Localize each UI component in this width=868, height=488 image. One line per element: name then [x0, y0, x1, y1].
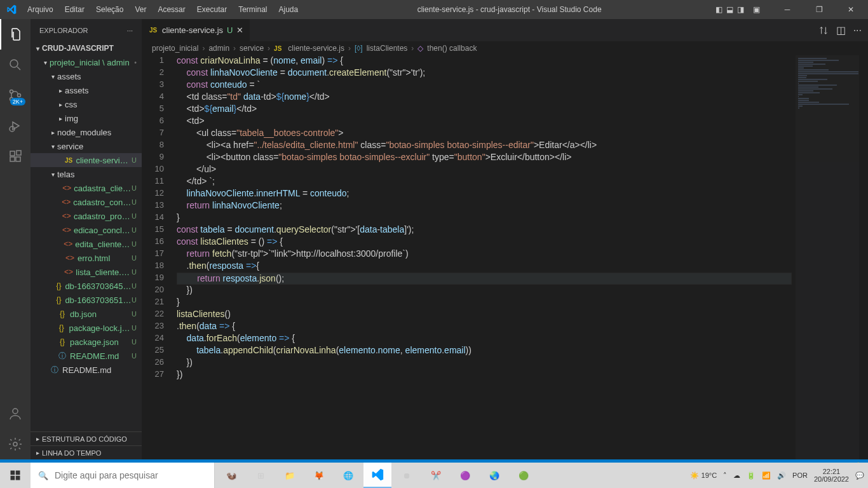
- menu-file[interactable]: Arquivo: [22, 3, 58, 17]
- app-explorer[interactable]: 📁: [276, 463, 304, 488]
- tree-item[interactable]: ⓘREADME.md: [31, 363, 142, 377]
- breadcrumbs[interactable]: projeto_inicial› admin› service› JS clie…: [142, 41, 868, 55]
- tree-item[interactable]: {}db-1663703645180.jsonU: [31, 279, 142, 293]
- tray-clock[interactable]: 22:21 20/09/2022: [814, 468, 849, 483]
- sidebar-more-icon[interactable]: ···: [127, 27, 133, 34]
- crumb-0[interactable]: projeto_inicial: [152, 44, 198, 53]
- menu-go[interactable]: Acessar: [153, 3, 190, 17]
- taskbar: 🔍 🦦 ⊞ 📁 🦊 🌐 ⏺ ✂️ 🟣 🌏 🟢 ☀️ 19°C ˄ ☁ 🔋 📶 🔊…: [0, 463, 868, 488]
- tree-item[interactable]: ▾projeto_inicial \ admin•: [31, 55, 142, 69]
- timeline-section[interactable]: ▸LINHA DO TEMPO: [31, 445, 142, 459]
- file-label: README.md: [62, 365, 111, 375]
- tray-wifi-icon[interactable]: 📶: [762, 471, 771, 480]
- layout-controls: ◧ ⬓ ◨ ▣: [715, 5, 760, 14]
- tree-item[interactable]: {}db.jsonU: [31, 307, 142, 321]
- tree-item[interactable]: <>edita_cliente.htmlU: [31, 237, 142, 251]
- activity-scm[interactable]: 2K+: [0, 80, 31, 111]
- tree-root[interactable]: ▾ CRUD-JAVASCRIPT: [31, 41, 142, 55]
- tree-item[interactable]: <>cadastro_concluido.htmlU: [31, 195, 142, 209]
- tree-item[interactable]: ▾service: [31, 139, 142, 153]
- tray-volume-icon[interactable]: 🔊: [777, 471, 786, 480]
- tab-cliente-service[interactable]: JS cliente-service.js U ✕: [142, 19, 250, 41]
- toggle-secondary-icon[interactable]: ◨: [737, 5, 744, 14]
- tree-item[interactable]: <>edicao_concluida.htmlU: [31, 223, 142, 237]
- crumb-2[interactable]: service: [240, 44, 264, 53]
- app-gimp[interactable]: 🦊: [305, 463, 333, 488]
- tree-item[interactable]: <>cadastro_produto.htmlU: [31, 209, 142, 223]
- code-area[interactable]: 1234567891011121314151617181920212223242…: [142, 55, 868, 459]
- tree-item[interactable]: {}package.jsonU: [31, 335, 142, 349]
- code-lines[interactable]: const criarNovaLinha = (nome, email) => …: [177, 55, 792, 381]
- git-marker: U: [132, 310, 137, 318]
- crumb-3[interactable]: cliente-service.js: [288, 44, 344, 53]
- app-taskview[interactable]: ⊞: [247, 463, 275, 488]
- git-marker: U: [132, 198, 137, 206]
- minimize-button[interactable]: ─: [773, 0, 802, 19]
- tree-item[interactable]: {}db-1663703651857.jsonU: [31, 293, 142, 307]
- sidebar-title: EXPLORADOR: [39, 27, 88, 34]
- tree-item[interactable]: {}package-lock.jsonU: [31, 321, 142, 335]
- app-rec[interactable]: ⏺: [393, 463, 421, 488]
- tree-item[interactable]: ▾assets: [31, 69, 142, 83]
- crumb-1[interactable]: admin: [208, 44, 229, 53]
- tray-notifications-icon[interactable]: 💬: [855, 471, 864, 480]
- tree-item[interactable]: ▸img: [31, 111, 142, 125]
- toggle-sidebar-icon[interactable]: ◧: [715, 5, 722, 14]
- minimap[interactable]: [796, 55, 859, 459]
- outline-section[interactable]: ▸ESTRUTURA DO CÓDIGO: [31, 431, 142, 445]
- activity-explorer[interactable]: [0, 19, 31, 50]
- menu-edit[interactable]: Editar: [60, 3, 90, 17]
- file-label: node_modules: [57, 128, 111, 137]
- tray-lang[interactable]: POR: [792, 471, 808, 479]
- tree-item[interactable]: ⓘREADME.mdU: [31, 349, 142, 363]
- app-browser2[interactable]: 🌏: [480, 463, 508, 488]
- app-chrome[interactable]: 🌐: [334, 463, 362, 488]
- search-input[interactable]: [55, 470, 207, 480]
- menu-terminal[interactable]: Terminal: [233, 3, 272, 17]
- tree-item[interactable]: ▸node_modules: [31, 125, 142, 139]
- app-spring[interactable]: 🟢: [510, 463, 538, 488]
- activity-bar: 2K+: [0, 19, 31, 459]
- menu-selection[interactable]: Seleção: [91, 3, 128, 17]
- svg-rect-13: [11, 476, 15, 480]
- tree-item[interactable]: <>erro.htmlU: [31, 251, 142, 265]
- file-tree: ▾projeto_inicial \ admin•▾assets▸assets▸…: [31, 55, 142, 377]
- customize-layout-icon[interactable]: ▣: [753, 5, 760, 14]
- window-title: cliente-service.js - crud-javascript - V…: [303, 5, 715, 14]
- weather-widget[interactable]: ☀️ 19°C: [690, 471, 717, 480]
- crumb-4[interactable]: listaClientes: [367, 44, 408, 53]
- menu-view[interactable]: Ver: [130, 3, 151, 17]
- activity-search[interactable]: [0, 50, 31, 80]
- app-vscode[interactable]: [363, 463, 391, 488]
- tree-item[interactable]: ▸css: [31, 97, 142, 111]
- split-editor-icon[interactable]: ◫: [836, 24, 846, 36]
- symbol-method-icon: ◇: [417, 44, 423, 53]
- app-otter[interactable]: 🦦: [217, 463, 245, 488]
- compare-changes-icon[interactable]: [818, 25, 829, 36]
- app-snip[interactable]: ✂️: [422, 463, 450, 488]
- tree-item[interactable]: <>lista_cliente.htmlU: [31, 265, 142, 279]
- crumb-5[interactable]: then() callback: [427, 44, 477, 53]
- menu-help[interactable]: Ajuda: [274, 3, 304, 17]
- tray-expand-icon[interactable]: ˄: [723, 471, 727, 480]
- menu-run[interactable]: Executar: [192, 3, 232, 17]
- tree-item[interactable]: JScliente-service.jsU: [31, 153, 142, 167]
- activity-account[interactable]: [0, 398, 31, 429]
- start-button[interactable]: [0, 470, 31, 481]
- tab-close-icon[interactable]: ✕: [236, 25, 243, 35]
- activity-extensions[interactable]: [0, 141, 31, 172]
- file-label: db.json: [70, 309, 97, 319]
- close-button[interactable]: ✕: [836, 0, 865, 19]
- tree-item[interactable]: ▸assets: [31, 83, 142, 97]
- tree-item[interactable]: ▾telas: [31, 167, 142, 181]
- more-actions-icon[interactable]: ···: [853, 25, 862, 36]
- tray-onedrive-icon[interactable]: ☁: [733, 471, 740, 480]
- toggle-panel-icon[interactable]: ⬓: [726, 5, 733, 14]
- app-eclipse[interactable]: 🟣: [451, 463, 479, 488]
- activity-debug[interactable]: [0, 111, 31, 141]
- taskbar-search[interactable]: 🔍: [31, 463, 215, 488]
- tree-item[interactable]: <>cadastra_cliente.htmlU: [31, 181, 142, 195]
- activity-settings[interactable]: [0, 429, 31, 459]
- maximize-button[interactable]: ❐: [804, 0, 834, 19]
- tray-battery-icon[interactable]: 🔋: [747, 471, 756, 480]
